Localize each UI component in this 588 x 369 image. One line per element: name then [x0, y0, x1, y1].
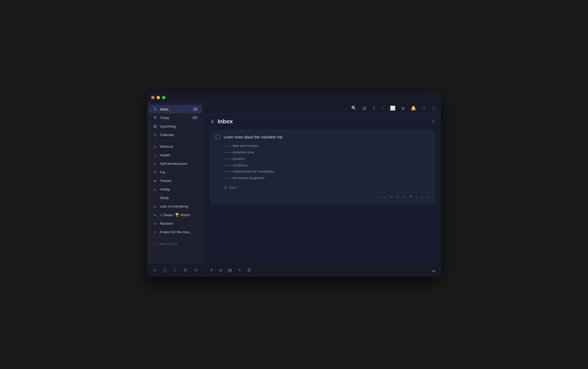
- hobby-icon: ∞: [153, 187, 157, 191]
- workout-icon: ∞: [153, 144, 157, 149]
- read-watch-icon: ∞: [153, 212, 157, 217]
- sidebar-footer: ⇄ ))) ↺ 🗑 ⚙: [147, 263, 204, 277]
- task-checkbox[interactable]: [216, 135, 220, 139]
- trash-icon[interactable]: 🗑: [182, 266, 189, 274]
- sidebar-item-travels-label: Travels: [160, 179, 198, 183]
- close-button[interactable]: [151, 96, 155, 99]
- sidebar-item-read-watch-label: 🀁 Read / 🏆 Watch: [160, 213, 198, 217]
- main-content-area: 🔍 ▦ ⊽ ◇ ⬜ ◉ 🔔 ⏱ ❏ ⬇ Inbox ≡: [204, 103, 441, 277]
- tag-icon[interactable]: ◇: [380, 104, 385, 112]
- sidebar-item-upcoming[interactable]: ▦ Upcoming: [149, 122, 202, 130]
- plus-icon: +: [155, 241, 157, 246]
- main-toolbar: 🔍 ▦ ⊽ ◇ ⬜ ◉ 🔔 ⏱ ❏: [204, 103, 441, 114]
- sidebar-item-project-important-label: Project for the most impotant: [160, 230, 194, 234]
- sidebar-item-upcoming-label: Upcoming: [160, 124, 198, 128]
- title-bar: [147, 92, 441, 103]
- monitor-icon[interactable]: ⬜: [389, 104, 396, 112]
- add-task-icon[interactable]: +: [209, 266, 214, 274]
- minimize-button[interactable]: [157, 96, 160, 99]
- page-header: ⬇ Inbox ≡: [204, 114, 441, 128]
- random-icon: ∞: [153, 221, 157, 226]
- timer-action-icon[interactable]: ⊙: [396, 195, 399, 199]
- delete-icon[interactable]: 🗑: [246, 267, 253, 274]
- task-list: Learn more about the volunteer trip — da…: [204, 128, 441, 263]
- app-window: ⬇ Inbox 1 ✦ Today 13 ▦ Upcoming ◎ Calend…: [147, 92, 441, 277]
- calendar-grid-icon[interactable]: ▦: [227, 266, 233, 274]
- copy-icon[interactable]: ❏: [431, 104, 437, 112]
- camera-icon[interactable]: ◉: [400, 104, 406, 112]
- page-header-icon: ⬇: [210, 118, 215, 125]
- sidebar-item-read-watch[interactable]: ∞ 🀁 Read / 🏆 Watch: [149, 211, 202, 219]
- task-row: Learn more about the volunteer trip: [216, 134, 429, 140]
- timer-icon[interactable]: ⏱: [421, 105, 427, 112]
- new-project-button[interactable]: + New Project: [149, 239, 202, 248]
- move-action-icon[interactable]: ⇥: [402, 195, 406, 199]
- today-badge: 13: [192, 116, 198, 119]
- lists-icon: ∞: [153, 204, 157, 209]
- card-action-icon[interactable]: ▭: [383, 195, 386, 199]
- footer-left: + ◈ ▦ ✛ 🗑: [209, 266, 253, 274]
- history-icon[interactable]: ↺: [172, 266, 178, 274]
- today-icon: ✦: [153, 115, 157, 120]
- sidebar: ⬇ Inbox 1 ✦ Today 13 ▦ Upcoming ◎ Calend…: [147, 103, 204, 277]
- sidebar-item-hobby-label: Hobby: [160, 187, 198, 191]
- sidebar-item-random[interactable]: ∞ Random: [149, 219, 202, 228]
- sidebar-item-today[interactable]: ✦ Today 13: [149, 113, 202, 122]
- wifi-icon[interactable]: ))): [161, 266, 168, 274]
- sidebar-item-workout[interactable]: ∞ Workout: [149, 142, 202, 151]
- sidebar-item-random-label: Random: [160, 222, 198, 225]
- flag-action-icon[interactable]: ⚑: [409, 195, 412, 199]
- sidebar-item-travels[interactable]: ∞ Travels: [149, 176, 202, 185]
- page-title: Inbox: [218, 118, 233, 125]
- sidebar-item-calendar[interactable]: ◎ Calendar: [149, 131, 202, 139]
- sidebar-item-inbox[interactable]: ⬇ Inbox 1: [149, 105, 202, 113]
- sidebar-item-today-label: Today: [160, 116, 189, 120]
- task-subtasks: — date and location — departure time — d…: [224, 143, 429, 181]
- sidebar-item-car-label: Car: [160, 170, 198, 174]
- search-icon[interactable]: 🔍: [350, 104, 358, 112]
- subtask-0: — date and location: [224, 143, 429, 149]
- sidebar-item-health[interactable]: ○ Health: [149, 151, 202, 159]
- task-footer: ⬇ Inbox: [224, 184, 429, 190]
- task-project-label: Inbox: [229, 186, 237, 189]
- shuffle-icon[interactable]: ⇄: [151, 266, 158, 274]
- settings-icon[interactable]: ⚙: [193, 266, 199, 274]
- sidebar-item-self-dev-label: Self-development: [160, 162, 198, 166]
- maximize-button[interactable]: [162, 96, 165, 99]
- car-icon: ⟳: [153, 170, 157, 174]
- sidebar-item-workout-label: Workout: [160, 145, 198, 148]
- more-action-icon[interactable]: ···: [377, 195, 380, 199]
- move-arrows-icon[interactable]: ✛: [237, 266, 242, 274]
- task-project-icon: ⬇: [224, 186, 227, 190]
- task-title: Learn more about the volunteer trip: [224, 134, 283, 140]
- sidebar-item-hobby[interactable]: ∞ Hobby: [149, 185, 202, 193]
- task-actions: ··· ▭ ↻ ⊙ ⇥ ⚑ + ◇ ≡: [216, 192, 429, 199]
- sidebar-item-study[interactable]: ⌣ Study: [149, 194, 202, 202]
- list-action-icon[interactable]: ≡: [427, 195, 429, 199]
- task-card: Learn more about the volunteer trip — da…: [210, 130, 435, 204]
- subtask-2: — duration: [224, 156, 429, 162]
- page-menu-icon[interactable]: ≡: [432, 119, 435, 124]
- sidebar-item-lists-label: Lists of everything: [160, 204, 198, 208]
- diamond-icon[interactable]: ◈: [218, 266, 223, 274]
- add-action-icon[interactable]: +: [415, 195, 418, 199]
- inbox-badge: 1: [193, 107, 198, 111]
- repeat-action-icon[interactable]: ↻: [389, 195, 393, 199]
- sidebar-item-car[interactable]: ⟳ Car: [149, 168, 202, 176]
- subtask-5: — necessary equipment: [224, 175, 429, 181]
- tag-action-icon[interactable]: ◇: [421, 195, 424, 199]
- sidebar-item-calendar-label: Calendar: [160, 133, 198, 137]
- grid-icon[interactable]: ▦: [361, 104, 368, 112]
- subtask-1: — departure time: [224, 149, 429, 156]
- traffic-lights: [151, 96, 165, 99]
- cloud-sync-icon[interactable]: ☁: [431, 267, 436, 273]
- sidebar-item-project-important[interactable]: ○ Project for the most impotant: [149, 228, 202, 236]
- filter-icon[interactable]: ⊽: [371, 104, 376, 112]
- sidebar-item-lists[interactable]: ∞ Lists of everything: [149, 202, 202, 210]
- new-project-label: New Project: [159, 242, 177, 246]
- bell-icon[interactable]: 🔔: [410, 104, 417, 112]
- subtask-4: — requirements for candidates: [224, 168, 429, 175]
- upcoming-icon: ▦: [153, 124, 157, 129]
- sidebar-item-self-dev[interactable]: ∞ Self-development: [149, 159, 202, 168]
- subtask-3: — conditions: [224, 162, 429, 169]
